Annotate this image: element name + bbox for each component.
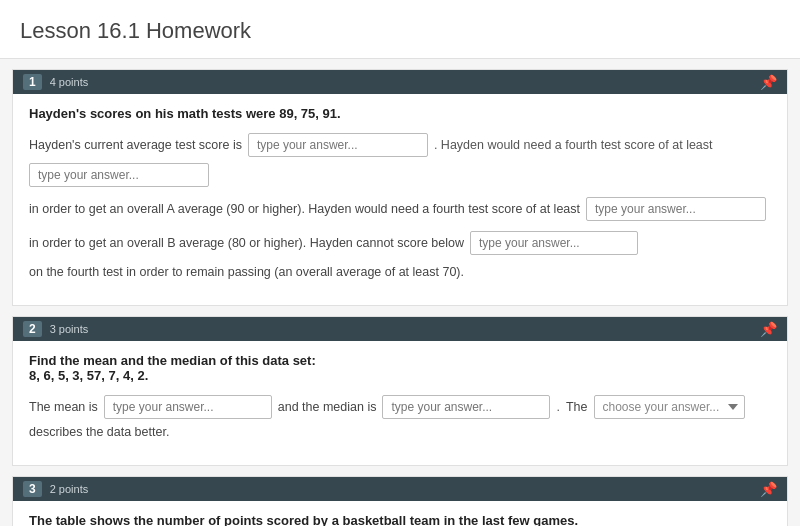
q2-p1-the: The — [566, 400, 588, 414]
q1-p1-prefix: Hayden's current average test score is — [29, 138, 242, 152]
question-number-3: 3 — [23, 481, 42, 497]
question-title-3: The table shows the number of points sco… — [29, 513, 771, 526]
question-header-3: 3 2 points 📌 — [13, 477, 787, 501]
pin-icon-3[interactable]: 📌 — [760, 481, 777, 497]
q1-p1-input1[interactable] — [248, 133, 428, 157]
q1-part1: Hayden's current average test score is .… — [29, 133, 771, 187]
q1-p3-prefix: in order to get an overall B average (80… — [29, 236, 464, 250]
q2-p1-middle: and the median is — [278, 400, 377, 414]
q1-part3-suffix: on the fourth test in order to remain pa… — [29, 265, 771, 279]
q2-p1-select[interactable]: choose your answer... mean median — [594, 395, 745, 419]
question-title-1: Hayden's scores on his math tests were 8… — [29, 106, 771, 121]
question-number-1: 1 — [23, 74, 42, 90]
title-text: Lesson 16.1 Homework — [20, 18, 251, 43]
question-header-2: 2 3 points 📌 — [13, 317, 787, 341]
question-points-1: 4 points — [50, 76, 89, 88]
question-body-1: Hayden's scores on his math tests were 8… — [13, 94, 787, 305]
question-header-1: 1 4 points 📌 — [13, 70, 787, 94]
q1-part2: in order to get an overall A average (90… — [29, 197, 771, 221]
question-block-2: 2 3 points 📌 Find the mean and the media… — [12, 316, 788, 466]
q2-part1: The mean is and the median is . The choo… — [29, 395, 771, 439]
question-header-left-1: 1 4 points — [23, 74, 88, 90]
pin-icon-2[interactable]: 📌 — [760, 321, 777, 337]
q2-p1-suffix: describes the data better. — [29, 425, 169, 439]
question-header-left-3: 3 2 points — [23, 481, 88, 497]
question-header-left-2: 2 3 points — [23, 321, 88, 337]
q2-p1-prefix: The mean is — [29, 400, 98, 414]
pin-icon-1[interactable]: 📌 — [760, 74, 777, 90]
q1-p2-prefix: in order to get an overall A average (90… — [29, 202, 580, 216]
q1-part3: in order to get an overall B average (80… — [29, 231, 771, 255]
q2-p1-sep: . — [556, 400, 559, 414]
question-number-2: 2 — [23, 321, 42, 337]
question-block-3: 3 2 points 📌 The table shows the number … — [12, 476, 788, 526]
q2-title-text: Find the mean and the median of this dat… — [29, 353, 316, 383]
question-block-1: 1 4 points 📌 Hayden's scores on his math… — [12, 69, 788, 306]
q1-p3-suffix: on the fourth test in order to remain pa… — [29, 265, 464, 279]
page-title: Lesson 16.1 Homework — [0, 0, 800, 59]
q1-p3-input1[interactable] — [470, 231, 638, 255]
q1-p2-input1[interactable] — [586, 197, 766, 221]
question-points-3: 2 points — [50, 483, 89, 495]
question-body-2: Find the mean and the median of this dat… — [13, 341, 787, 465]
question-body-3: The table shows the number of points sco… — [13, 501, 787, 526]
q2-p1-input1[interactable] — [104, 395, 272, 419]
question-points-2: 3 points — [50, 323, 89, 335]
q2-p1-input2[interactable] — [382, 395, 550, 419]
q1-p1-input2[interactable] — [29, 163, 209, 187]
q1-p1-middle: . Hayden would need a fourth test score … — [434, 138, 713, 152]
question-title-2: Find the mean and the median of this dat… — [29, 353, 771, 383]
